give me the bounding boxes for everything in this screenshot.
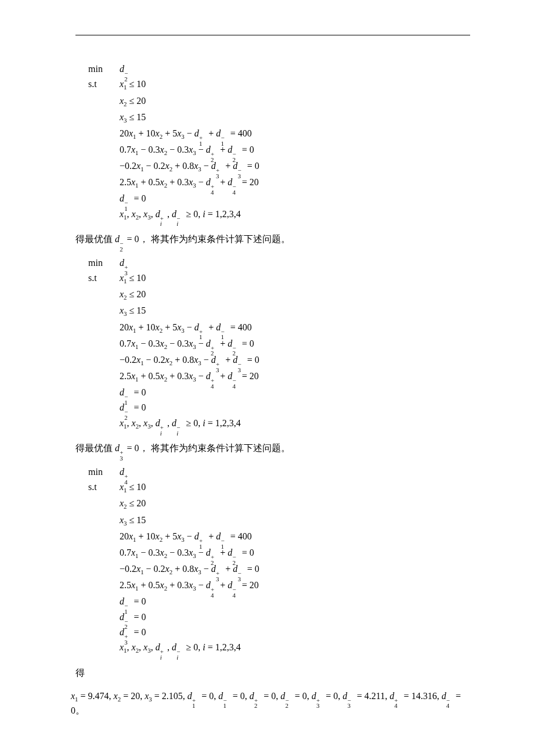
- constraint-line: d−1 = 0: [120, 385, 470, 400]
- constraint-line: x3 ≤ 15: [120, 513, 470, 529]
- constraint-line: x2 ≤ 20: [120, 287, 470, 303]
- constraint-line: x2 ≤ 20: [120, 496, 470, 512]
- text: = 0: [127, 443, 139, 453]
- constraint-line: d+3 = 0: [120, 625, 470, 640]
- followup-text: 得最优值 d−2= 0， 将其作为约束条件计算下述问题。: [75, 232, 470, 246]
- constraint-line: −0.2x1 − 0.2x2 + 0.8x3 − d+3 + d−3 = 0: [120, 352, 470, 369]
- constraint-expr: −0.2x1 − 0.2x2 + 0.8x3 − d+3 + d−3 = 0: [120, 352, 470, 369]
- final-lead: 得: [75, 666, 470, 680]
- text: ， 将其作为约束条件计算下述问题。: [139, 234, 290, 244]
- min-label: min: [88, 255, 120, 271]
- constraint-line: 20x1 + 10x2 + 5x3 − d+1 + d−1 = 400: [120, 320, 470, 336]
- constraint-expr: d−1 = 0: [120, 594, 470, 609]
- objective-line: mind+3: [88, 255, 470, 271]
- min-label: min: [88, 62, 120, 77]
- min-label: min: [88, 465, 120, 480]
- math-block: mind+4s.tx1 ≤ 10x2 ≤ 20x3 ≤ 1520x1 + 10x…: [88, 465, 470, 657]
- followup-text: 得最优值 d+3= 0， 将其作为约束条件计算下述问题。: [75, 441, 470, 455]
- constraint-line: 20x1 + 10x2 + 5x3 − d+1 + d−1 = 400: [120, 126, 470, 142]
- constraint-expr: 20x1 + 10x2 + 5x3 − d+1 + d−1 = 400: [120, 126, 470, 142]
- constraint-expr: x1, x2, x3, d+i, d−i ≥ 0, i = 1,2,3,4: [120, 207, 470, 223]
- math-block: mind+3s.tx1 ≤ 10x2 ≤ 20x3 ≤ 1520x1 + 10x…: [88, 255, 470, 432]
- constraint-line: −0.2x1 − 0.2x2 + 0.8x3 − d+3 + d−3 = 0: [120, 159, 470, 175]
- constraint-expr: 2.5x1 + 0.5x2 + 0.3x3 − d+4 + d−4 = 20: [120, 369, 470, 385]
- math-inline: d+3: [115, 443, 127, 453]
- constraint-expr: 2.5x1 + 0.5x2 + 0.3x3 − d+4 + d−4 = 20: [120, 578, 470, 594]
- constraint-expr: −0.2x1 − 0.2x2 + 0.8x3 − d+3 + d−3 = 0: [120, 561, 470, 578]
- constraint-line: d−1 = 0: [120, 594, 470, 609]
- constraint-expr: x2 ≤ 20: [120, 93, 470, 110]
- objective-expr: d+3: [120, 255, 470, 271]
- constraint-expr: x1 ≤ 10: [120, 271, 470, 287]
- constraint-line: s.tx1 ≤ 10: [88, 480, 470, 496]
- text: = 0: [127, 234, 139, 244]
- constraint-expr: 20x1 + 10x2 + 5x3 − d+1 + d−1 = 400: [120, 529, 470, 545]
- constraint-line: 2.5x1 + 0.5x2 + 0.3x3 − d+4 + d−4 = 20: [120, 578, 470, 594]
- constraint-expr: x1 ≤ 10: [120, 77, 470, 93]
- text: 得最优值: [75, 443, 113, 453]
- constraint-line: x3 ≤ 15: [120, 110, 470, 126]
- st-label: s.t: [88, 480, 120, 495]
- st-label: s.t: [88, 271, 120, 286]
- constraint-expr: 2.5x1 + 0.5x2 + 0.3x3 − d+4 + d−4 = 20: [120, 175, 470, 191]
- math-block: mind−2s.tx1 ≤ 10x2 ≤ 20x3 ≤ 1520x1 + 10x…: [88, 62, 470, 223]
- constraint-expr: x2 ≤ 20: [120, 496, 470, 512]
- constraint-line: 0.7x1 − 0.3x2 − 0.3x3 − d+2 + d−2 = 0: [120, 336, 470, 352]
- constraint-expr: x3 ≤ 15: [120, 303, 470, 319]
- constraint-expr: d−2 = 0: [120, 400, 470, 415]
- constraint-expr: d−2 = 0: [120, 610, 470, 625]
- constraint-line: d−2 = 0: [120, 610, 470, 625]
- constraint-line: x1, x2, x3, d+i, d−i ≥ 0, i = 1,2,3,4: [120, 207, 470, 223]
- objective-expr: d+4: [120, 465, 470, 480]
- constraint-expr: 0.7x1 − 0.3x2 − 0.3x3 − d+2 + d−2 = 0: [120, 142, 470, 159]
- text: 得最优值: [75, 234, 113, 244]
- constraint-expr: d+3 = 0: [120, 625, 470, 640]
- math-inline: d−2: [115, 234, 127, 244]
- final-result: x1 = 9.474, x2 = 20, x3 = 2.105, d+1 = 0…: [71, 689, 470, 718]
- constraint-expr: x3 ≤ 15: [120, 513, 470, 529]
- constraint-expr: −0.2x1 − 0.2x2 + 0.8x3 − d+3 + d−3 = 0: [120, 159, 470, 175]
- constraint-expr: x3 ≤ 15: [120, 110, 470, 126]
- st-label: s.t: [88, 77, 120, 92]
- constraint-expr: d−1 = 0: [120, 191, 470, 206]
- constraint-line: s.tx1 ≤ 10: [88, 77, 470, 93]
- constraint-line: d−2 = 0: [120, 400, 470, 415]
- page: mind−2s.tx1 ≤ 10x2 ≤ 20x3 ≤ 1520x1 + 10x…: [0, 0, 534, 756]
- constraint-line: −0.2x1 − 0.2x2 + 0.8x3 − d+3 + d−3 = 0: [120, 561, 470, 578]
- constraint-line: 0.7x1 − 0.3x2 − 0.3x3 − d+2 + d−2 = 0: [120, 142, 470, 159]
- constraint-line: s.tx1 ≤ 10: [88, 271, 470, 287]
- constraint-line: 20x1 + 10x2 + 5x3 − d+1 + d−1 = 400: [120, 529, 470, 545]
- constraint-expr: x1, x2, x3, d+i, d−i ≥ 0, i = 1,2,3,4: [120, 640, 470, 656]
- horizontal-rule: [75, 35, 470, 35]
- constraint-line: x2 ≤ 20: [120, 93, 470, 110]
- constraint-line: x1, x2, x3, d+i, d−i ≥ 0, i = 1,2,3,4: [120, 640, 470, 656]
- constraint-line: d−1 = 0: [120, 191, 470, 206]
- constraint-line: 2.5x1 + 0.5x2 + 0.3x3 − d+4 + d−4 = 20: [120, 175, 470, 191]
- constraint-expr: d−1 = 0: [120, 385, 470, 400]
- constraint-expr: 20x1 + 10x2 + 5x3 − d+1 + d−1 = 400: [120, 320, 470, 336]
- constraint-expr: 0.7x1 − 0.3x2 − 0.3x3 − d+2 + d−2 = 0: [120, 336, 470, 352]
- objective-line: mind+4: [88, 465, 470, 480]
- document-body: mind−2s.tx1 ≤ 10x2 ≤ 20x3 ≤ 1520x1 + 10x…: [75, 62, 470, 718]
- constraint-expr: x1, x2, x3, d+i, d−i ≥ 0, i = 1,2,3,4: [120, 416, 470, 432]
- constraint-line: 2.5x1 + 0.5x2 + 0.3x3 − d+4 + d−4 = 20: [120, 369, 470, 385]
- constraint-line: 0.7x1 − 0.3x2 − 0.3x3 − d+2 + d−2 = 0: [120, 545, 470, 561]
- text: ， 将其作为约束条件计算下述问题。: [139, 443, 290, 453]
- objective-expr: d−2: [120, 62, 470, 77]
- constraint-expr: x2 ≤ 20: [120, 287, 470, 303]
- constraint-expr: 0.7x1 − 0.3x2 − 0.3x3 − d+2 + d−2 = 0: [120, 545, 470, 561]
- constraint-line: x1, x2, x3, d+i, d−i ≥ 0, i = 1,2,3,4: [120, 416, 470, 432]
- constraint-line: x3 ≤ 15: [120, 303, 470, 319]
- constraint-expr: x1 ≤ 10: [120, 480, 470, 496]
- objective-line: mind−2: [88, 62, 470, 77]
